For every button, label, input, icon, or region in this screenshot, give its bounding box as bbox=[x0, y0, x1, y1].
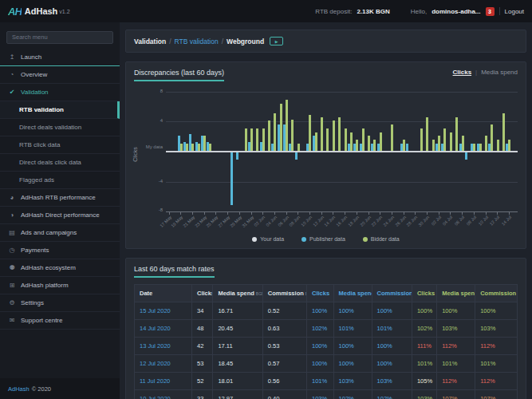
value-cell: 112% bbox=[437, 338, 475, 355]
bidder-bar bbox=[309, 115, 311, 151]
column-header-date[interactable]: Date bbox=[135, 285, 192, 302]
value-cell: 101% bbox=[306, 373, 333, 390]
value-cell: 12.97 bbox=[213, 390, 262, 399]
column-header-clicks[interactable]: Clicks bbox=[192, 285, 213, 302]
date-link-cell[interactable]: 15 Jul 2020 bbox=[135, 302, 192, 320]
sidebar-item-label: AdHash RTB performance bbox=[21, 194, 96, 201]
app-title: AdHash bbox=[25, 6, 58, 16]
deposit-value: 2.13K BGN bbox=[357, 8, 389, 15]
column-header-media-spend[interactable]: Media spendBGN bbox=[213, 285, 262, 302]
column-header-clicks[interactable]: Clicks bbox=[306, 285, 333, 302]
sidebar-item-payments[interactable]: ◷Payments bbox=[0, 242, 120, 259]
sidebar-item-adhash-direct-performance[interactable]: ◑AdHash Direct performance bbox=[0, 207, 120, 224]
sidebar-subitem-rtb-click-data[interactable]: RTB click data bbox=[0, 136, 120, 154]
bidder-bar bbox=[191, 144, 194, 151]
adhash-logo-icon: AH bbox=[8, 6, 22, 18]
bidder-bar bbox=[256, 128, 258, 151]
date-link-cell[interactable]: 14 Jul 2020 bbox=[135, 320, 192, 338]
legend-item-bidder-data: Bidder data bbox=[363, 236, 400, 242]
sidebar-subitem-rtb-validation[interactable]: RTB validation bbox=[0, 101, 120, 119]
bidder-bar bbox=[186, 144, 188, 151]
bidder-bar bbox=[443, 128, 446, 151]
match-rates-title: Last 60 days match rates bbox=[134, 265, 215, 278]
sidebar: ↥Launch◔Overview✔ValidationRTB validatio… bbox=[0, 22, 120, 399]
date-link-cell[interactable]: 12 Jul 2020 bbox=[135, 355, 192, 373]
column-header-media-spend[interactable]: Media spend bbox=[437, 285, 475, 302]
value-cell: 100% bbox=[333, 355, 372, 373]
column-header-commission[interactable]: CommissionBGN bbox=[262, 285, 306, 302]
table-row: 14 Jul 20204820.450.63102%101%101%102%10… bbox=[135, 320, 518, 338]
username[interactable]: dominos-adha... bbox=[432, 8, 480, 15]
sidebar-item-adhash-platform[interactable]: ⊞AdHash platform bbox=[0, 277, 120, 294]
value-cell: 0.57 bbox=[262, 355, 306, 373]
sidebar-search bbox=[0, 22, 120, 49]
footer-brand-link[interactable]: AdHash bbox=[8, 385, 30, 393]
bidder-bar bbox=[209, 144, 211, 151]
column-header-clicks[interactable]: Clicks bbox=[412, 285, 436, 302]
publisher-bar bbox=[231, 152, 233, 205]
bidder-bar bbox=[280, 104, 282, 151]
baseline-label: My data bbox=[136, 144, 163, 149]
sidebar-item-validation[interactable]: ✔Validation bbox=[0, 84, 120, 101]
value-cell: 100% bbox=[372, 355, 412, 373]
value-cell: 100% bbox=[412, 302, 436, 320]
bidder-bar bbox=[262, 128, 265, 151]
legend-label: Bidder data bbox=[371, 236, 400, 242]
breadcrumb-webground[interactable]: Webground bbox=[227, 38, 264, 45]
sidebar-item-adhash-ecosystem[interactable]: ⚉AdHash ecosystem bbox=[0, 259, 120, 277]
match-rates-panel: Last 60 days match rates DateClicksMedia… bbox=[125, 258, 526, 399]
value-cell: 101% bbox=[333, 320, 372, 338]
value-cell: 103% bbox=[306, 390, 333, 399]
settings-icon: ⚙ bbox=[8, 299, 16, 306]
logout-button[interactable]: Logout bbox=[505, 8, 524, 15]
value-cell: 20.45 bbox=[213, 320, 262, 338]
value-cell: 105% bbox=[412, 373, 436, 390]
sidebar-item-adhash-rtb-performance[interactable]: ◕AdHash RTB performance bbox=[0, 189, 120, 207]
publisher-bar bbox=[236, 152, 238, 160]
column-header-media-spend[interactable]: Media spend bbox=[333, 285, 372, 302]
bidder-bar bbox=[426, 117, 428, 151]
bidder-bar bbox=[274, 113, 276, 151]
value-cell: 103% bbox=[475, 320, 518, 338]
sidebar-subitem-flagged-ads[interactable]: Flagged ads bbox=[0, 172, 120, 189]
date-link-cell[interactable]: 10 Jul 2020 bbox=[135, 390, 192, 399]
sidebar-nav: ↥Launch◔Overview✔ValidationRTB validatio… bbox=[0, 49, 120, 379]
legend-item-publisher-data: Publisher data bbox=[301, 236, 345, 242]
tab-clicks[interactable]: Clicks bbox=[453, 69, 472, 76]
sidebar-item-support-centre[interactable]: ✉Support centre bbox=[0, 312, 120, 330]
column-header-commission[interactable]: Commission bbox=[372, 285, 412, 302]
breadcrumb-rtb-validation[interactable]: RTB validation bbox=[175, 38, 219, 45]
ads-campaigns-icon: ▤ bbox=[8, 229, 16, 236]
bidder-bar bbox=[485, 136, 487, 151]
bidder-bar bbox=[502, 113, 505, 151]
date-link-cell[interactable]: 11 Jul 2020 bbox=[135, 373, 192, 390]
value-cell: 103% bbox=[333, 373, 372, 390]
sidebar-subitem-direct-deals-click-data[interactable]: Direct deals click data bbox=[0, 154, 120, 172]
date-link-cell[interactable]: 13 Jul 2020 bbox=[135, 338, 192, 355]
bidder-bar bbox=[391, 124, 393, 151]
bidder-bar bbox=[455, 117, 458, 151]
play-button[interactable]: ▶ bbox=[270, 37, 283, 45]
sidebar-item-settings[interactable]: ⚙Settings bbox=[0, 294, 120, 312]
search-input[interactable] bbox=[6, 31, 113, 44]
value-cell: 101% bbox=[372, 320, 412, 338]
sidebar-subitem-direct-deals-validation[interactable]: Direct deals validation bbox=[0, 119, 120, 136]
app-window: AH AdHash v1.2 RTB deposit: 2.13K BGN He… bbox=[0, 0, 532, 399]
overview-icon: ◔ bbox=[8, 71, 16, 78]
notifications-badge[interactable]: 3 bbox=[486, 7, 495, 16]
play-icon: ▶ bbox=[275, 39, 278, 44]
sidebar-item-launch[interactable]: ↥Launch bbox=[0, 49, 120, 66]
column-header-commission[interactable]: Commission bbox=[475, 285, 518, 302]
sidebar-item-ads-and-campaigns[interactable]: ▤Ads and campaigns bbox=[0, 224, 120, 242]
tab-media-spend[interactable]: Media spend bbox=[481, 69, 518, 76]
table-row: 13 Jul 20204217.110.53100%100%100%111%11… bbox=[135, 338, 518, 355]
table-row: 12 Jul 20205318.450.57100%100%100%101%10… bbox=[135, 355, 518, 373]
table-row: 15 Jul 20203416.710.52100%100%100%100%10… bbox=[135, 302, 518, 320]
discrepancies-header: Discrepancies (last 60 days) Clicks | Me… bbox=[134, 69, 518, 81]
value-cell: 100% bbox=[372, 302, 412, 320]
breadcrumb-validation[interactable]: Validation bbox=[134, 38, 166, 45]
value-cell: 112% bbox=[437, 373, 475, 390]
sidebar-item-overview[interactable]: ◔Overview bbox=[0, 66, 120, 84]
bidder-bar bbox=[497, 140, 499, 151]
bidder-bar bbox=[250, 128, 253, 151]
